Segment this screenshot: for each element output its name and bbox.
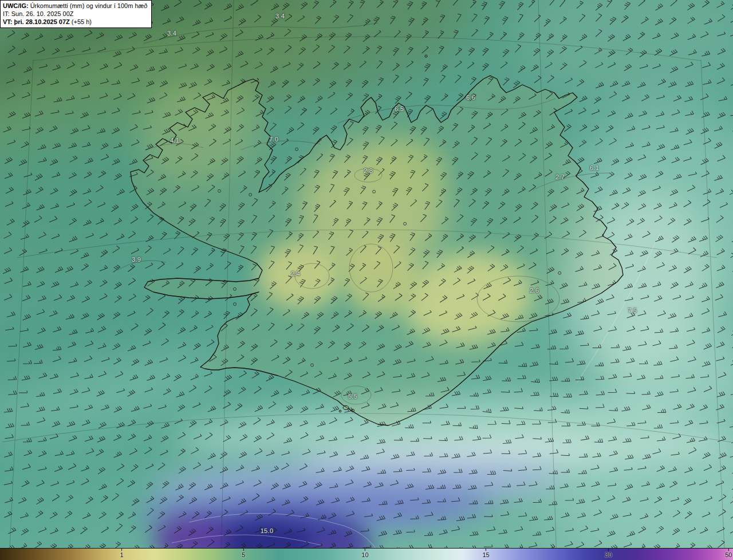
wind-barb-layer: [0, 0, 733, 560]
title-box: UWC/IG: Úrkomumætti (mm) og vindur í 100…: [0, 0, 152, 28]
legend-tick: 10: [361, 549, 368, 560]
wind-barb-field: [3, 0, 733, 551]
legend-tick: 5: [242, 549, 245, 560]
color-scale-legend: 1510153050: [0, 548, 733, 560]
valid-time: þri. 28.10.2025 07Z: [14, 18, 70, 25]
map-title: Úrkomumætti (mm) og vindur í 100m hæð: [30, 2, 148, 9]
color-scale-ticks: 1510153050: [0, 549, 733, 560]
valid-label: VT:: [3, 18, 13, 25]
legend-tick: 30: [605, 549, 612, 560]
legend-tick: 15: [483, 549, 490, 560]
legend-tick: 50: [725, 549, 732, 560]
model-label: UWC/IG:: [3, 2, 29, 9]
weather-map: 3.43.46.56.64.17.02.82.76.13.92.42.67.55…: [0, 0, 733, 560]
valid-offset: (+55 h): [72, 18, 92, 25]
calm-wind-markers: [218, 148, 561, 366]
init-label: IT:: [3, 10, 10, 17]
legend-tick: 1: [120, 549, 123, 560]
init-time: Sun. 26. 10. 2025 00Z: [11, 10, 74, 17]
